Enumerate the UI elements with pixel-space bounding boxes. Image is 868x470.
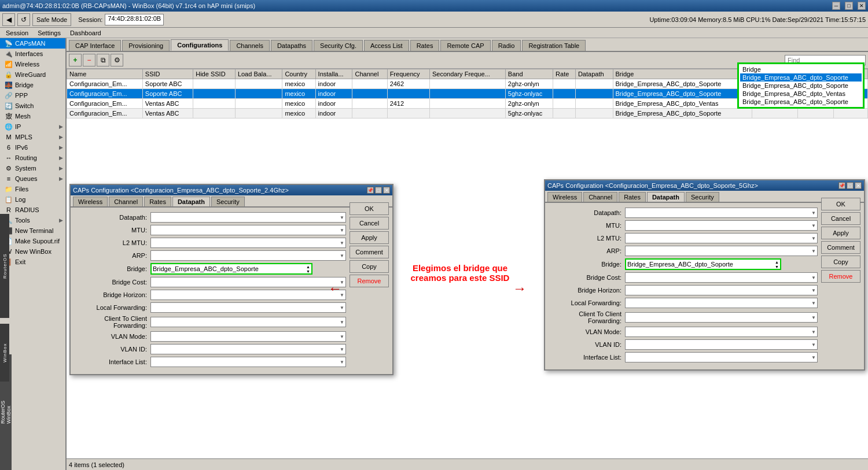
sidebar-item-radius[interactable]: R RADIUS: [0, 205, 65, 215]
select-client-forwarding-r[interactable]: ▼: [625, 312, 818, 323]
session-field[interactable]: 74:4D:28:81:02:0B: [105, 14, 164, 25]
tab-security-cfg[interactable]: Security Cfg.: [314, 40, 363, 51]
bridge-up-r[interactable]: ▲: [775, 260, 779, 264]
bridge-down-r[interactable]: ▼: [775, 265, 779, 269]
minimize-button[interactable]: ─: [832, 2, 840, 10]
title-bar-buttons[interactable]: ─ □ ✕: [832, 2, 866, 10]
select-client-forwarding[interactable]: ▼: [150, 317, 346, 327]
menu-settings[interactable]: Settings: [34, 28, 64, 38]
dialog-right-restore[interactable]: □: [847, 182, 854, 189]
dialog-right-tab-datapath[interactable]: Datapath: [647, 192, 685, 202]
dialog-right-close[interactable]: ✕: [855, 182, 862, 189]
tab-cap-interface[interactable]: CAP Interface: [69, 40, 121, 51]
bridge-option-selected-1[interactable]: Bridge_Empresa_ABC_dpto_Soporte: [740, 73, 862, 82]
sidebar-item-mesh[interactable]: 🕸 Mesh: [0, 111, 65, 121]
tab-radio[interactable]: Radio: [492, 40, 521, 51]
select-vlan-mode-r[interactable]: ▼: [625, 327, 818, 337]
bridge-option-ventas[interactable]: Bridge_Empresa_ABC_dpto_Ventas: [740, 90, 862, 98]
dialog-left-tab-rates[interactable]: Rates: [144, 197, 171, 206]
sidebar-item-capsman[interactable]: 📡 CAPsMAN: [0, 38, 65, 49]
select-bridge-cost-r[interactable]: ▼: [625, 272, 818, 283]
sidebar-item-system[interactable]: ⚙ System ▶: [0, 163, 65, 173]
copy-button-left[interactable]: Copy: [350, 260, 389, 273]
select-interface-list[interactable]: ▼: [150, 357, 346, 367]
select-interface-list-r[interactable]: ▼: [625, 352, 818, 362]
sidebar-item-exit[interactable]: 🚪 Exit: [0, 257, 65, 267]
bridge-option-2[interactable]: Bridge_Empresa_ABC_dpto_Soporte: [740, 82, 862, 90]
dialog-right-tab-rates[interactable]: Rates: [619, 192, 646, 202]
sidebar-item-wireless[interactable]: 📶 Wireless: [0, 59, 65, 69]
sidebar-item-switch[interactable]: 🔄 Switch: [0, 101, 65, 111]
select-datapath-r[interactable]: ▼: [625, 208, 818, 218]
select-l2mtu[interactable]: ▼: [150, 238, 346, 248]
select-datapath[interactable]: ▼: [150, 212, 346, 223]
sidebar-item-newterminal[interactable]: ⬛ New Terminal: [0, 225, 65, 236]
ok-button-right[interactable]: OK: [821, 198, 860, 210]
dialog-left-tab-wireless[interactable]: Wireless: [73, 197, 108, 206]
sidebar-item-bridge[interactable]: 🌉 Bridge: [0, 80, 65, 90]
select-local-forwarding-r[interactable]: ▼: [625, 298, 818, 308]
safe-mode-button[interactable]: Safe Mode: [32, 13, 71, 26]
tab-channels[interactable]: Channels: [230, 40, 269, 51]
bridge-down[interactable]: ▼: [306, 269, 310, 273]
select-l2mtu-r[interactable]: ▼: [625, 233, 818, 243]
select-vlan-mode[interactable]: ▼: [150, 331, 346, 342]
nav-back-button[interactable]: ◀: [2, 13, 15, 26]
remove-button[interactable]: −: [83, 54, 95, 66]
sidebar-item-ip[interactable]: 🌐 IP ▶: [0, 121, 65, 132]
dialog-right-buttons[interactable]: 📌 □ ✕: [838, 182, 862, 189]
dialog-right-tab-wireless[interactable]: Wireless: [547, 192, 582, 202]
ok-button-left[interactable]: OK: [350, 202, 389, 215]
select-bridge-horizon[interactable]: ▼: [150, 290, 346, 300]
bridge-spin-r[interactable]: ▲ ▼: [775, 260, 779, 269]
tab-provisioning[interactable]: Provisioning: [122, 40, 170, 51]
dialog-left-restore[interactable]: □: [375, 187, 382, 194]
comment-button-left[interactable]: Comment: [350, 246, 389, 258]
select-mtu-r[interactable]: ▼: [625, 220, 818, 231]
dialog-left-tab-datapath[interactable]: Datapath: [172, 197, 210, 206]
select-local-forwarding[interactable]: ▼: [150, 302, 346, 313]
filter-button[interactable]: ⚙: [111, 54, 123, 66]
select-arp[interactable]: ▼: [150, 250, 346, 261]
select-vlan-id[interactable]: ▼: [150, 344, 346, 354]
sidebar-item-interfaces[interactable]: 🔌 Interfaces: [0, 49, 65, 59]
select-bridge-horizon-r[interactable]: ▼: [625, 285, 818, 295]
menu-session[interactable]: Session: [2, 28, 32, 38]
sidebar-item-ipv6[interactable]: 6 IPv6 ▶: [0, 142, 65, 153]
bridge-up[interactable]: ▲: [306, 265, 310, 269]
bridge-option-soporte-2[interactable]: Bridge_Empresa_ABC_dpto_Soporte: [740, 98, 862, 106]
dialog-right-pin[interactable]: 📌: [838, 182, 845, 189]
add-button[interactable]: +: [69, 54, 82, 66]
table-row[interactable]: Configuracion_Em... Ventas ABC mexico in…: [67, 109, 868, 119]
select-bridge-cost[interactable]: ▼: [150, 277, 346, 287]
apply-button-left[interactable]: Apply: [350, 231, 389, 244]
close-button[interactable]: ✕: [858, 2, 866, 10]
nav-refresh-button[interactable]: ↺: [17, 13, 30, 26]
remove-button-right[interactable]: Remove: [821, 270, 860, 283]
tab-rates[interactable]: Rates: [410, 40, 440, 51]
sidebar-item-files[interactable]: 📁 Files: [0, 184, 65, 194]
sidebar-item-tools[interactable]: 🔧 Tools ▶: [0, 215, 65, 225]
sidebar-item-ppp[interactable]: 🔗 PPP: [0, 90, 65, 101]
comment-button-right[interactable]: Comment: [821, 241, 860, 254]
dialog-left-close[interactable]: ✕: [383, 187, 390, 194]
select-mtu[interactable]: ▼: [150, 225, 346, 235]
sidebar-item-newwinbox[interactable]: W New WinBox: [0, 246, 65, 257]
dialog-left-pin[interactable]: 📌: [367, 187, 374, 194]
sidebar-item-queues[interactable]: ≡ Queues ▶: [0, 173, 65, 184]
cancel-button-left[interactable]: Cancel: [350, 217, 389, 230]
sidebar-item-log[interactable]: 📋 Log: [0, 194, 65, 205]
menu-dashboard[interactable]: Dashboard: [67, 28, 105, 38]
select-vlan-id-r[interactable]: ▼: [625, 339, 818, 350]
dialog-right-tab-channel[interactable]: Channel: [583, 192, 617, 202]
cancel-button-right[interactable]: Cancel: [821, 212, 860, 225]
tab-datapaths[interactable]: Datapaths: [271, 40, 312, 51]
sidebar-item-mpls[interactable]: M MPLS ▶: [0, 132, 65, 142]
tab-configurations[interactable]: Configurations: [171, 39, 229, 51]
sidebar-item-makesupout[interactable]: 📄 Make Supout.rif: [0, 236, 65, 246]
dialog-left-tab-channel[interactable]: Channel: [109, 197, 143, 206]
dialog-left-tab-security[interactable]: Security: [211, 197, 245, 206]
maximize-button[interactable]: □: [845, 2, 853, 10]
tab-remote-cap[interactable]: Remote CAP: [440, 40, 490, 51]
copy-button-right[interactable]: Copy: [821, 256, 860, 268]
